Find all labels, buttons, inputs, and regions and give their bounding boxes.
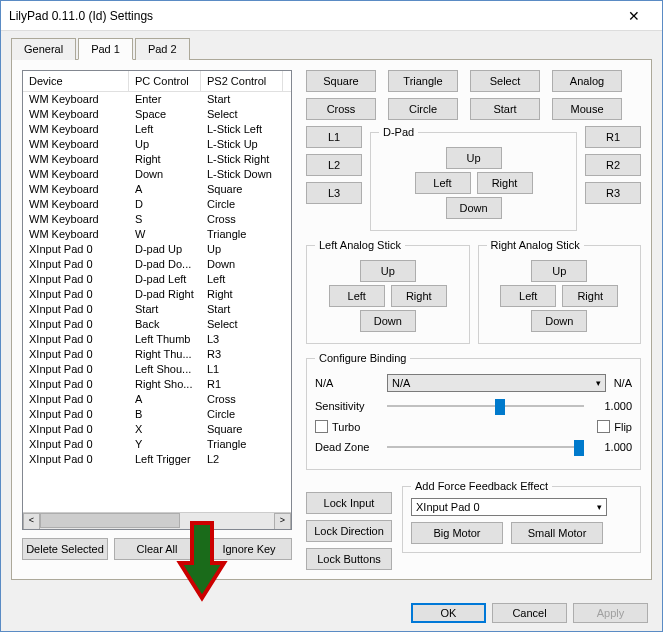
table-row[interactable]: XInput Pad 0ACross: [23, 392, 291, 407]
start-button[interactable]: Start: [470, 98, 540, 120]
cfg-select[interactable]: N/A ▾: [387, 374, 606, 392]
flip-checkbox[interactable]: Flip: [597, 420, 632, 433]
table-row[interactable]: XInput Pad 0Right Sho...R1: [23, 377, 291, 392]
table-row[interactable]: XInput Pad 0D-pad RightRight: [23, 287, 291, 302]
table-row[interactable]: XInput Pad 0StartStart: [23, 302, 291, 317]
dpad-group: D-Pad Up Left Right Down: [370, 126, 577, 231]
close-icon[interactable]: ✕: [614, 2, 654, 30]
col-pc[interactable]: PC Control: [129, 71, 201, 91]
right-stick-legend: Right Analog Stick: [487, 239, 584, 251]
table-row[interactable]: XInput Pad 0BCircle: [23, 407, 291, 422]
list-header[interactable]: Device PC Control PS2 Control: [23, 71, 291, 92]
ignore-key-button[interactable]: Ignore Key: [206, 538, 292, 560]
table-row[interactable]: XInput Pad 0Right Thu...R3: [23, 347, 291, 362]
table-row[interactable]: XInput Pad 0Left ThumbL3: [23, 332, 291, 347]
r2-button[interactable]: R2: [585, 154, 641, 176]
rstick-down-button[interactable]: Down: [531, 310, 587, 332]
l2-button[interactable]: L2: [306, 154, 362, 176]
rstick-right-button[interactable]: Right: [562, 285, 618, 307]
analog-button[interactable]: Analog: [552, 70, 622, 92]
lock-direction-button[interactable]: Lock Direction: [306, 520, 392, 542]
r1-button[interactable]: R1: [585, 126, 641, 148]
deadzone-slider[interactable]: [387, 437, 584, 457]
cfg-na-left: N/A: [315, 377, 379, 389]
ff-group: Add Force Feedback Effect XInput Pad 0 ▾…: [402, 480, 641, 553]
rstick-up-button[interactable]: Up: [531, 260, 587, 282]
dpad-right-button[interactable]: Right: [477, 172, 533, 194]
big-motor-button[interactable]: Big Motor: [411, 522, 503, 544]
dpad-legend: D-Pad: [379, 126, 418, 138]
l3-button[interactable]: L3: [306, 182, 362, 204]
left-stick-legend: Left Analog Stick: [315, 239, 405, 251]
clear-all-button[interactable]: Clear All: [114, 538, 200, 560]
tab-panel: Device PC Control PS2 Control WM Keyboar…: [11, 60, 652, 580]
delete-selected-button[interactable]: Delete Selected: [22, 538, 108, 560]
ff-device-value: XInput Pad 0: [416, 501, 480, 513]
deadzone-label: Dead Zone: [315, 441, 379, 453]
scroll-left-icon[interactable]: <: [23, 513, 40, 530]
table-row[interactable]: WM KeyboardWTriangle: [23, 227, 291, 242]
table-row[interactable]: XInput Pad 0D-pad Do...Down: [23, 257, 291, 272]
settings-window: LilyPad 0.11.0 (Id) Settings ✕ General P…: [0, 0, 663, 632]
configure-binding-group: Configure Binding N/A N/A ▾ N/A Sensitiv…: [306, 352, 641, 470]
apply-button[interactable]: Apply: [573, 603, 648, 623]
lstick-right-button[interactable]: Right: [391, 285, 447, 307]
ff-device-select[interactable]: XInput Pad 0 ▾: [411, 498, 607, 516]
table-row[interactable]: XInput Pad 0BackSelect: [23, 317, 291, 332]
table-row[interactable]: WM KeyboardUpL-Stick Up: [23, 137, 291, 152]
table-row[interactable]: XInput Pad 0Left TriggerL2: [23, 452, 291, 467]
table-row[interactable]: WM KeyboardSCross: [23, 212, 291, 227]
lock-input-button[interactable]: Lock Input: [306, 492, 392, 514]
chevron-down-icon: ▾: [597, 502, 602, 512]
lock-buttons-button[interactable]: Lock Buttons: [306, 548, 392, 570]
dpad-down-button[interactable]: Down: [446, 197, 502, 219]
r3-button[interactable]: R3: [585, 182, 641, 204]
table-row[interactable]: WM KeyboardDownL-Stick Down: [23, 167, 291, 182]
h-scrollbar[interactable]: < >: [23, 512, 291, 529]
col-device[interactable]: Device: [23, 71, 129, 91]
table-row[interactable]: XInput Pad 0Left Shou...L1: [23, 362, 291, 377]
cancel-button[interactable]: Cancel: [492, 603, 567, 623]
bindings-list[interactable]: Device PC Control PS2 Control WM Keyboar…: [22, 70, 292, 530]
table-row[interactable]: XInput Pad 0YTriangle: [23, 437, 291, 452]
table-row[interactable]: WM KeyboardRightL-Stick Right: [23, 152, 291, 167]
tab-general[interactable]: General: [11, 38, 76, 60]
sensitivity-label: Sensitivity: [315, 400, 379, 412]
table-row[interactable]: XInput Pad 0XSquare: [23, 422, 291, 437]
table-row[interactable]: XInput Pad 0D-pad UpUp: [23, 242, 291, 257]
ok-button[interactable]: OK: [411, 603, 486, 623]
scroll-right-icon[interactable]: >: [274, 513, 291, 530]
triangle-button[interactable]: Triangle: [388, 70, 458, 92]
titlebar[interactable]: LilyPad 0.11.0 (Id) Settings ✕: [1, 1, 662, 31]
dpad-up-button[interactable]: Up: [446, 147, 502, 169]
table-row[interactable]: WM KeyboardLeftL-Stick Left: [23, 122, 291, 137]
small-motor-button[interactable]: Small Motor: [511, 522, 603, 544]
l1-button[interactable]: L1: [306, 126, 362, 148]
dpad-left-button[interactable]: Left: [415, 172, 471, 194]
lstick-down-button[interactable]: Down: [360, 310, 416, 332]
tab-pad2[interactable]: Pad 2: [135, 38, 190, 60]
deadzone-value: 1.000: [592, 441, 632, 453]
left-stick-group: Left Analog Stick Up Left Right Down: [306, 239, 470, 344]
lstick-left-button[interactable]: Left: [329, 285, 385, 307]
table-row[interactable]: WM KeyboardEnterStart: [23, 92, 291, 107]
lstick-up-button[interactable]: Up: [360, 260, 416, 282]
col-ps2[interactable]: PS2 Control: [201, 71, 283, 91]
cfg-legend: Configure Binding: [315, 352, 410, 364]
table-row[interactable]: WM KeyboardSpaceSelect: [23, 107, 291, 122]
scroll-thumb[interactable]: [40, 513, 180, 528]
rstick-left-button[interactable]: Left: [500, 285, 556, 307]
table-row[interactable]: WM KeyboardASquare: [23, 182, 291, 197]
cross-button[interactable]: Cross: [306, 98, 376, 120]
square-button[interactable]: Square: [306, 70, 376, 92]
table-row[interactable]: WM KeyboardDCircle: [23, 197, 291, 212]
tab-pad1[interactable]: Pad 1: [78, 38, 133, 60]
sensitivity-slider[interactable]: [387, 396, 584, 416]
circle-button[interactable]: Circle: [388, 98, 458, 120]
sensitivity-value: 1.000: [592, 400, 632, 412]
mouse-button[interactable]: Mouse: [552, 98, 622, 120]
cfg-select-value: N/A: [392, 377, 410, 389]
table-row[interactable]: XInput Pad 0D-pad LeftLeft: [23, 272, 291, 287]
turbo-checkbox[interactable]: Turbo: [315, 420, 360, 433]
select-button[interactable]: Select: [470, 70, 540, 92]
